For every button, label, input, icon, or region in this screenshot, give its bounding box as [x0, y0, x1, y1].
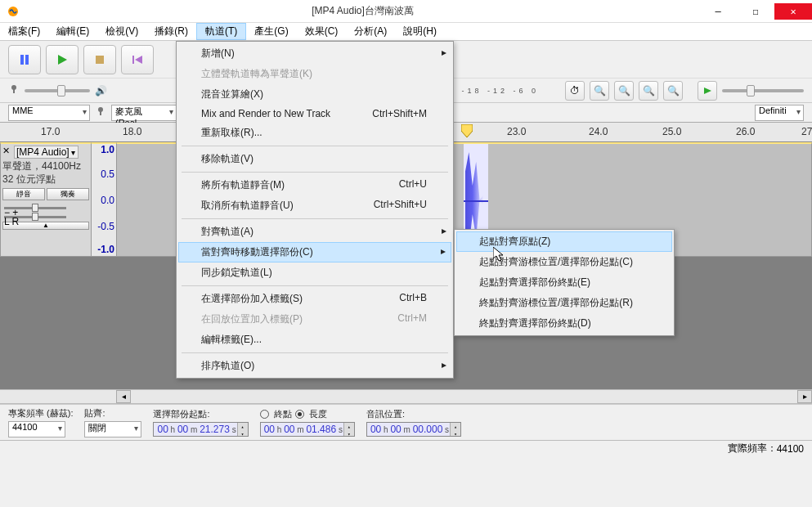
- selection-start-spinbox[interactable]: 00 h 00 m 21.273 s: [153, 422, 248, 437]
- actual-rate-value: 44100: [777, 443, 804, 455]
- tracks-menu-item[interactable]: 編輯標籤(E)...: [178, 330, 451, 350]
- scale-label: -0.5: [97, 221, 114, 232]
- scale-label: 0.5: [101, 168, 114, 180]
- selection-length-spinbox[interactable]: 00 h 00 m 01.486 s: [260, 422, 355, 437]
- ruler-tick: 25.0: [662, 126, 681, 137]
- project-rate-label: 專案頻率 (赫茲):: [8, 407, 73, 420]
- playback-speed-slider[interactable]: [722, 89, 804, 92]
- length-radio[interactable]: [295, 410, 304, 419]
- snap-combo[interactable]: 關閉: [84, 421, 141, 437]
- audio-position-spinbox[interactable]: 00 h 00 m 00.000 s: [366, 422, 461, 437]
- horizontal-scrollbar[interactable]: ◂ ▸: [0, 389, 812, 404]
- project-rate-combo[interactable]: 44100: [8, 421, 65, 437]
- ruler-tick: 24.0: [589, 126, 608, 137]
- ruler-tick: 23.0: [507, 126, 526, 137]
- tracks-menu-item: 在回放位置加入標籤(P)Ctrl+M: [178, 309, 451, 330]
- tracks-menu-item[interactable]: 移除軌道(V): [178, 149, 451, 169]
- tracks-menu-item[interactable]: 排序軌道(O)▸: [178, 356, 451, 376]
- zoom-out-button[interactable]: 🔍: [614, 81, 634, 101]
- end-radio[interactable]: [260, 410, 269, 419]
- tracks-menu-item[interactable]: 將所有軌道靜音(M)Ctrl+U: [178, 175, 451, 195]
- window-title: [MP4 Audio]台灣南波萬: [26, 4, 699, 18]
- stop-button[interactable]: [83, 45, 116, 74]
- minimize-button[interactable]: —: [699, 3, 737, 20]
- timer-button[interactable]: ⏱: [565, 81, 585, 101]
- track-format-label: 單聲道，44100Hz32 位元浮點: [2, 160, 89, 186]
- track-header: ✕ [MP4 Audio] ▾ 單聲道，44100Hz32 位元浮點 靜音 獨奏…: [0, 142, 92, 257]
- align-submenu-item[interactable]: 起點對齊游標位置/選擇部份起點(C): [456, 252, 672, 272]
- scale-label: 1.0: [101, 144, 114, 155]
- scroll-right-button[interactable]: ▸: [797, 390, 812, 403]
- snap-label: 貼齊:: [84, 407, 141, 420]
- ruler-tick: 17.0: [41, 126, 60, 137]
- menu-c[interactable]: 效果(C): [297, 23, 347, 40]
- play-button[interactable]: [46, 45, 79, 74]
- mute-button[interactable]: 靜音: [2, 188, 45, 200]
- menu-t[interactable]: 軌道(T): [196, 23, 246, 40]
- svg-rect-2: [25, 55, 29, 65]
- svg-marker-3: [58, 55, 67, 65]
- title-bar: [MP4 Audio]台灣南波萬 — ☐ ✕: [0, 0, 812, 23]
- amplitude-scale: 1.00.50.0-0.5-1.0: [92, 142, 116, 257]
- status-bar: 實際頻率：44100: [0, 440, 812, 456]
- actual-rate-label: 實際頻率：: [728, 442, 777, 455]
- ruler-tick: 26.0: [736, 126, 755, 137]
- mic-gain-icon: [8, 83, 20, 97]
- svg-rect-13: [100, 111, 101, 115]
- play-at-speed-button[interactable]: [698, 81, 717, 101]
- scroll-left-button[interactable]: ◂: [116, 390, 131, 403]
- zoom-fit-button[interactable]: 🔍: [663, 81, 683, 101]
- ruler-tick: 18.0: [123, 126, 141, 137]
- zoom-sel-button[interactable]: 🔍: [639, 81, 658, 101]
- track-name-dropdown[interactable]: [MP4 Audio] ▾: [14, 146, 79, 159]
- menu-r[interactable]: 播錄(R): [146, 23, 196, 40]
- selection-toolbar: 專案頻率 (赫茲): 44100 貼齊: 關閉 選擇部份起點: 00 h 00 …: [0, 404, 812, 440]
- close-button[interactable]: ✕: [774, 3, 812, 20]
- tracks-menu-item: 立體聲軌道轉為單聲道(K): [178, 64, 451, 84]
- align-submenu-item[interactable]: 終點對齊選擇部份終點(D): [456, 313, 672, 334]
- length-radio-label: 長度: [309, 408, 327, 420]
- align-submenu-item[interactable]: 起點對齊選擇部份終點(E): [456, 272, 672, 293]
- audio-position-label: 音訊位置:: [366, 408, 461, 420]
- menu-f[interactable]: 檔案(F): [0, 23, 48, 40]
- zoom-in-button[interactable]: 🔍: [590, 81, 609, 101]
- speaker-icon: 🔊: [95, 85, 107, 96]
- tracks-menu-item[interactable]: 在選擇部份加入標籤(S)Ctrl+B: [178, 289, 451, 309]
- output-device-combo[interactable]: Definiti: [755, 105, 804, 121]
- input-device-combo[interactable]: 麥克風 (Real: [111, 105, 177, 121]
- mic-device-icon: [95, 105, 106, 119]
- tracks-menu-item[interactable]: 新增(N)▸: [178, 43, 451, 64]
- tracks-menu-item[interactable]: Mix and Render to New TrackCtrl+Shift+M: [178, 105, 451, 123]
- tracks-menu-item[interactable]: 混音並算繪(X): [178, 84, 451, 105]
- tracks-menu-item[interactable]: 重新取樣(R)...: [178, 123, 451, 143]
- solo-button[interactable]: 獨奏: [47, 188, 89, 200]
- skip-start-button[interactable]: [121, 45, 154, 74]
- tracks-menu-item[interactable]: 取消所有軌道靜音(U)Ctrl+Shift+U: [178, 195, 451, 216]
- pause-button[interactable]: [8, 45, 41, 74]
- svg-marker-6: [135, 56, 142, 64]
- svg-rect-5: [132, 56, 134, 64]
- svg-rect-10: [13, 89, 15, 93]
- menu-g[interactable]: 產生(G): [246, 23, 296, 40]
- maximize-button[interactable]: ☐: [737, 3, 774, 20]
- track-pan-slider[interactable]: L R: [4, 216, 66, 218]
- svg-marker-14: [461, 124, 473, 137]
- menu-v[interactable]: 檢視(V): [97, 23, 146, 40]
- end-radio-label: 終點: [274, 408, 292, 420]
- svg-marker-11: [704, 87, 711, 94]
- menu-h[interactable]: 說明(H): [395, 23, 445, 40]
- align-submenu-item[interactable]: 終點對齊游標位置/選擇部份起點(R): [456, 293, 672, 313]
- track-close-button[interactable]: ✕: [2, 146, 10, 156]
- scale-label: -1.0: [97, 244, 114, 255]
- tracks-menu-item[interactable]: 對齊軌道(A)▸: [178, 222, 451, 242]
- tracks-menu-item[interactable]: 當對齊時移動選擇部份(C)▸: [178, 242, 451, 262]
- playhead-pin-icon[interactable]: [461, 124, 473, 141]
- align-submenu-item[interactable]: 起點對齊原點(Z): [456, 231, 672, 252]
- align-move-selection-submenu: 起點對齊原點(Z)起點對齊游標位置/選擇部份起點(C)起點對齊選擇部份終點(E)…: [454, 229, 675, 336]
- input-volume-slider[interactable]: [25, 89, 90, 92]
- tracks-menu-item[interactable]: 同步鎖定軌道(L): [178, 262, 451, 283]
- audio-host-combo[interactable]: MME: [8, 105, 90, 121]
- menu-e[interactable]: 編輯(E): [48, 23, 97, 40]
- menu-a[interactable]: 分析(A): [346, 23, 395, 40]
- track-gain-slider[interactable]: − +: [4, 207, 66, 209]
